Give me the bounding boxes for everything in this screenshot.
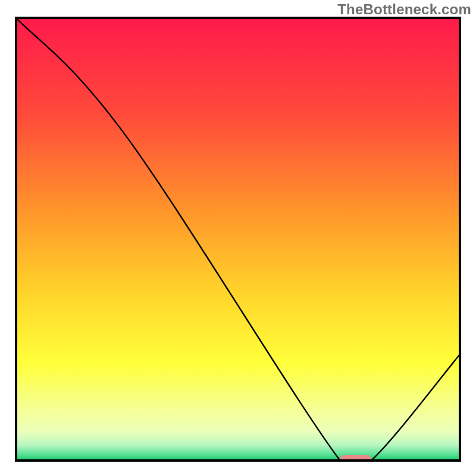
gradient-fill [16, 18, 460, 461]
chart-svg [0, 0, 476, 476]
chart-container: TheBottleneck.com [0, 0, 476, 476]
